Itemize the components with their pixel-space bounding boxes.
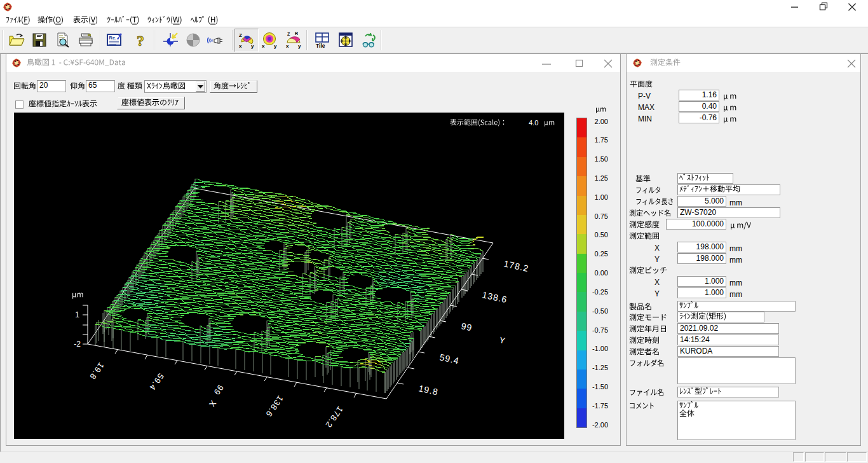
svg-text:R: R — [295, 31, 298, 36]
svg-text:y: y — [298, 43, 301, 49]
svg-text:x: x — [262, 43, 265, 49]
svg-text:y: y — [274, 43, 277, 49]
svg-text:Re.: Re. — [109, 35, 117, 41]
svg-text:y: y — [251, 43, 254, 49]
svg-text:1: 1 — [75, 310, 79, 319]
svg-text:x: x — [286, 43, 289, 49]
svg-text:-2: -2 — [74, 340, 81, 349]
svg-text:x: x — [239, 43, 242, 49]
svg-text:Z: Z — [287, 32, 290, 36]
svg-text:Z: Z — [239, 32, 242, 38]
svg-text:?: ? — [137, 32, 144, 49]
svg-text:Tile: Tile — [316, 43, 325, 49]
